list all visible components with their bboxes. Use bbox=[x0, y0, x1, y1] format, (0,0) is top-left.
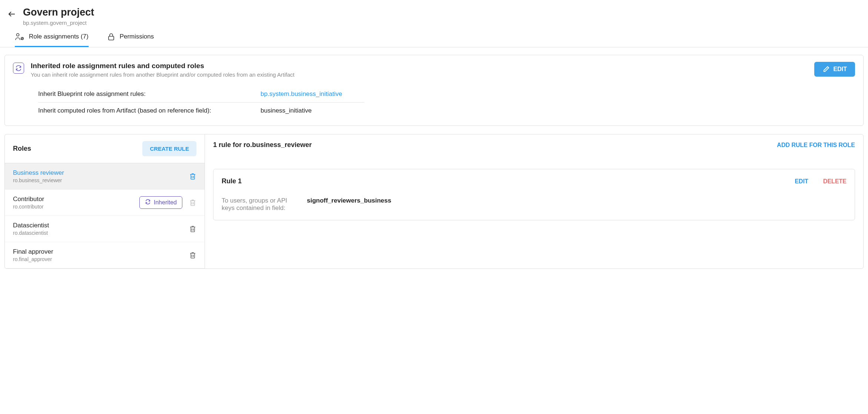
inherit-title: Inherited role assignment rules and comp… bbox=[31, 62, 808, 70]
rule-title: Rule 1 bbox=[222, 177, 242, 185]
back-button[interactable] bbox=[7, 10, 16, 20]
refresh-icon bbox=[145, 199, 151, 206]
svg-point-1 bbox=[17, 34, 19, 36]
role-name: Business reviewer bbox=[13, 169, 64, 177]
delete-role-button[interactable] bbox=[189, 251, 196, 259]
role-item[interactable]: Contributorro.contributorInherited bbox=[5, 190, 205, 216]
create-rule-button[interactable]: CREATE RULE bbox=[142, 141, 196, 156]
role-id: ro.datascientist bbox=[13, 230, 49, 236]
roles-panel: Roles CREATE RULE Business reviewerro.bu… bbox=[5, 134, 205, 268]
inherited-badge: Inherited bbox=[139, 196, 182, 209]
edit-button-label: EDIT bbox=[834, 66, 847, 73]
inherited-rules-card: Inherited role assignment rules and comp… bbox=[4, 55, 864, 126]
edit-inherited-button[interactable]: EDIT bbox=[814, 62, 855, 77]
rule-edit-button[interactable]: EDIT bbox=[795, 178, 808, 185]
page-subtitle: bp.system.govern_project bbox=[23, 20, 94, 26]
rule-field: signoff_reviewers_business bbox=[307, 197, 391, 212]
page-title: Govern project bbox=[23, 7, 94, 18]
inherit-desc: You can inherit role assignment rules fr… bbox=[31, 71, 808, 78]
rule-desc: To users, groups or API keys contained i… bbox=[222, 197, 296, 212]
role-id: ro.final_approver bbox=[13, 256, 53, 262]
tab-permissions[interactable]: Permissions bbox=[107, 33, 154, 47]
svg-rect-3 bbox=[109, 36, 114, 40]
inherit-icon bbox=[13, 63, 24, 74]
tab-role-assignments[interactable]: Role assignments (7) bbox=[15, 33, 89, 47]
add-rule-button[interactable]: ADD RULE FOR THIS ROLE bbox=[777, 142, 855, 148]
role-name: Contributor bbox=[13, 196, 44, 203]
role-id: ro.contributor bbox=[13, 204, 44, 210]
rule-card: Rule 1 EDIT DELETE To users, groups or A… bbox=[213, 169, 855, 220]
users-icon bbox=[15, 33, 24, 41]
trash-icon bbox=[189, 173, 196, 180]
role-item[interactable]: Datascientistro.datascientist bbox=[5, 216, 205, 242]
inherit-artifact-label: Inherit computed roles from Artifact (ba… bbox=[38, 107, 261, 114]
roles-heading: Roles bbox=[13, 145, 31, 153]
trash-icon bbox=[189, 199, 196, 206]
role-id: ro.business_reviewer bbox=[13, 177, 64, 183]
role-item[interactable]: Final approverro.final_approver bbox=[5, 242, 205, 268]
rules-heading: 1 rule for ro.business_reviewer bbox=[213, 141, 312, 149]
role-item[interactable]: Business reviewerro.business_reviewer bbox=[5, 163, 205, 190]
inherited-badge-label: Inherited bbox=[154, 199, 177, 206]
trash-icon bbox=[189, 225, 196, 233]
rules-panel: 1 rule for ro.business_reviewer ADD RULE… bbox=[205, 134, 863, 268]
tab-label: Permissions bbox=[120, 33, 154, 40]
delete-role-button bbox=[189, 199, 196, 206]
trash-icon bbox=[189, 251, 196, 259]
edit-icon bbox=[822, 66, 830, 73]
delete-role-button[interactable] bbox=[189, 173, 196, 180]
inherit-blueprint-link[interactable]: bp.system.business_initiative bbox=[261, 90, 342, 98]
role-name: Datascientist bbox=[13, 222, 49, 229]
inherit-blueprint-label: Inherit Blueprint role assignment rules: bbox=[38, 90, 261, 98]
delete-role-button[interactable] bbox=[189, 225, 196, 233]
role-name: Final approver bbox=[13, 248, 53, 256]
lock-icon bbox=[107, 33, 115, 41]
rule-delete-button[interactable]: DELETE bbox=[823, 178, 847, 185]
tab-label: Role assignments (7) bbox=[29, 33, 89, 40]
arrow-left-icon bbox=[7, 10, 16, 19]
inherit-artifact-value: business_initiative bbox=[261, 107, 312, 114]
